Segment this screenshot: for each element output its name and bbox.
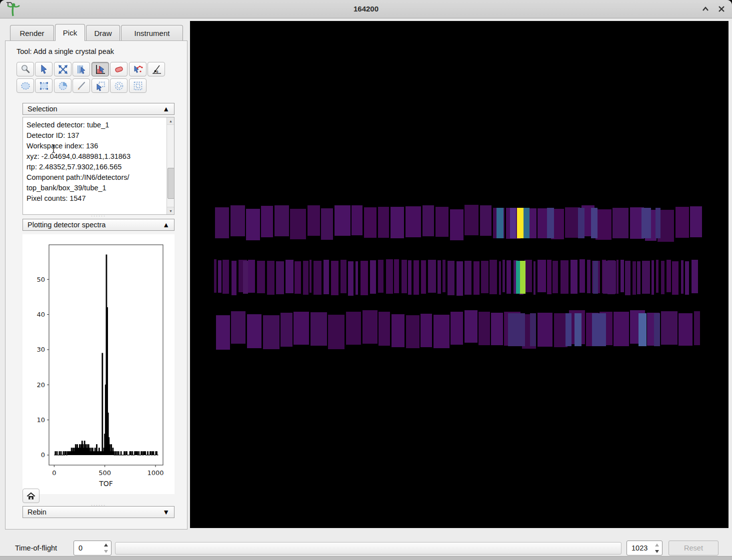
detector-tube[interactable] — [294, 261, 301, 294]
highlighted-tube[interactable] — [638, 313, 646, 346]
detector-tube[interactable] — [231, 311, 246, 344]
detector-tube[interactable] — [386, 259, 392, 293]
detector-tube[interactable] — [328, 315, 344, 349]
detector-tube[interactable] — [547, 260, 552, 294]
detector-tube[interactable] — [436, 207, 448, 237]
detector-tube[interactable] — [538, 313, 552, 346]
home-button[interactable] — [22, 489, 40, 503]
detector-tube[interactable] — [321, 208, 333, 240]
detector-tube[interactable] — [690, 206, 702, 237]
detector-tube[interactable] — [392, 314, 405, 347]
zoom-tool-button[interactable] — [16, 62, 34, 76]
highlighted-tube[interactable] — [593, 261, 598, 294]
detector-tube[interactable] — [685, 261, 689, 295]
close-button[interactable] — [715, 2, 728, 15]
highlighted-tube[interactable] — [592, 313, 606, 346]
detector-tube[interactable] — [450, 312, 464, 345]
detector-tube[interactable] — [637, 261, 640, 295]
detector-tube[interactable] — [248, 260, 255, 293]
detector-tube[interactable] — [280, 313, 292, 347]
tab-draw[interactable]: Draw — [86, 25, 120, 40]
detector-tube[interactable] — [230, 205, 245, 236]
detector-tube[interactable] — [490, 260, 497, 294]
detector-tube[interactable] — [263, 315, 280, 349]
highlighted-tube[interactable] — [496, 208, 504, 238]
detector-tube[interactable] — [580, 259, 585, 293]
detector-tube[interactable] — [652, 260, 654, 295]
detector-tube[interactable] — [414, 260, 420, 295]
detector-tube[interactable] — [378, 207, 390, 238]
highlighted-tube[interactable] — [566, 313, 572, 346]
highlighted-tube[interactable] — [574, 313, 582, 346]
detector-tube[interactable] — [448, 261, 454, 295]
detector-tube[interactable] — [450, 209, 464, 240]
detector-tube[interactable] — [560, 260, 568, 294]
spectrum-plot[interactable]: 0102030405005001000TOF — [22, 234, 174, 494]
scroll-down-icon[interactable]: ▼ — [167, 207, 174, 214]
detector-tube[interactable] — [632, 261, 636, 295]
detector-tube[interactable] — [491, 313, 503, 345]
spin-down-button[interactable] — [102, 548, 110, 555]
highlighted-tube[interactable] — [520, 261, 526, 294]
detector-tube[interactable] — [422, 205, 434, 236]
detector-tube[interactable] — [666, 260, 670, 292]
detector-tube[interactable] — [222, 260, 229, 294]
splitter-handle[interactable]: ······ — [22, 214, 174, 217]
detector-tube[interactable] — [438, 260, 441, 294]
detector-tube[interactable] — [334, 205, 350, 236]
pick-tube-button[interactable] — [72, 62, 90, 76]
detector-tube[interactable] — [552, 261, 558, 293]
detector-tube[interactable] — [308, 205, 320, 236]
detector-tube[interactable] — [464, 261, 472, 295]
detector-tube[interactable] — [676, 207, 689, 238]
rebin-header[interactable]: Rebin ▼ — [22, 506, 174, 518]
detector-tube[interactable] — [570, 260, 578, 294]
compare-peaks-button[interactable] — [129, 62, 146, 76]
detector-tube[interactable] — [340, 260, 346, 293]
shade-button[interactable] — [699, 2, 712, 15]
detector-tube[interactable] — [216, 315, 230, 350]
detector-tube[interactable] — [681, 260, 684, 294]
detector-tube[interactable] — [464, 205, 478, 235]
detector-tube[interactable] — [218, 260, 222, 293]
highlighted-tube[interactable] — [530, 313, 536, 346]
selection-header[interactable]: Selection ▲ — [22, 103, 174, 115]
plotting-header[interactable]: Plotting detector spectra ▲ — [22, 219, 174, 231]
tab-render[interactable]: Render — [10, 25, 54, 40]
detector-tube[interactable] — [303, 261, 308, 295]
highlighted-tube[interactable] — [547, 208, 554, 238]
detector-tube[interactable] — [642, 261, 650, 294]
tof-max-spinbox[interactable]: 1023 — [626, 541, 662, 556]
detector-tube[interactable] — [286, 260, 294, 293]
detector-tube[interactable] — [428, 260, 436, 293]
detector-tube[interactable] — [362, 310, 378, 344]
detector-tube[interactable] — [678, 313, 693, 346]
detector-tube[interactable] — [360, 261, 368, 295]
detector-tube[interactable] — [394, 259, 399, 293]
add-peak-button[interactable] — [92, 62, 109, 76]
highlighted-tube[interactable] — [508, 313, 525, 346]
highlighted-tube[interactable] — [516, 261, 520, 294]
measure-angle-button[interactable]: θ — [148, 62, 165, 76]
detector-tube[interactable] — [478, 312, 490, 346]
detector-tube[interactable] — [456, 261, 463, 296]
detector-tube[interactable] — [246, 209, 260, 240]
highlighted-tube[interactable] — [517, 208, 524, 238]
scrollbar[interactable]: ▲ ▼ — [166, 117, 174, 214]
detector-tube[interactable] — [214, 259, 216, 293]
free-draw-button[interactable] — [72, 78, 90, 93]
detector-tube[interactable] — [348, 261, 354, 296]
sector-roi-button[interactable] — [54, 78, 72, 93]
tof-slider[interactable] — [115, 542, 622, 555]
tof-min-spinbox[interactable]: 0 — [74, 541, 112, 556]
detector-tube[interactable] — [481, 261, 488, 293]
edit-shape-button[interactable] — [92, 78, 109, 93]
detector-tube[interactable] — [274, 205, 289, 236]
detector-tube[interactable] — [331, 261, 338, 295]
detector-tube[interactable] — [232, 261, 236, 295]
highlighted-tube[interactable] — [578, 208, 584, 238]
rectangle-roi-button[interactable] — [35, 78, 52, 93]
detector-tube[interactable] — [421, 260, 426, 294]
highlighted-tube[interactable] — [603, 261, 616, 294]
detector-tube[interactable] — [408, 260, 412, 295]
